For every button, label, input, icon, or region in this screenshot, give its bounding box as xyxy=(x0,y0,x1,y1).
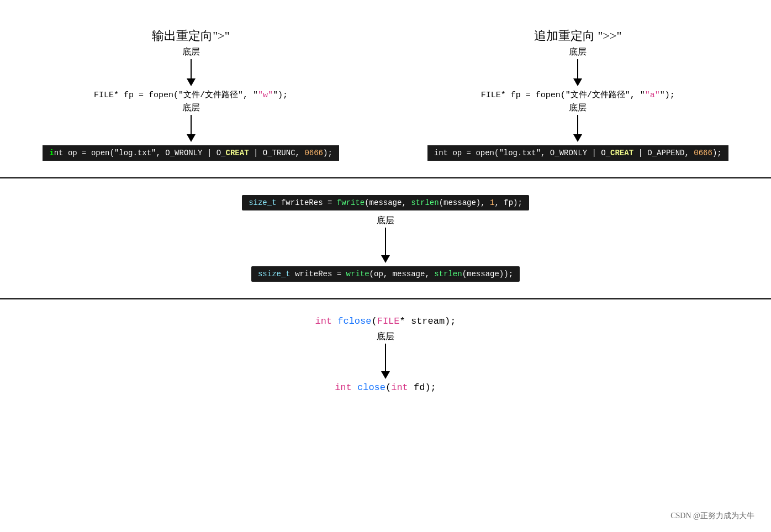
left-fopen-code: FILE* fp = fopen("文件/文件路径", ""w""); xyxy=(94,89,288,100)
right-arrow1-head xyxy=(573,78,582,86)
right-arrow2-down xyxy=(573,115,582,142)
right-arrow1-down xyxy=(573,59,582,86)
section3-arrow-line xyxy=(385,344,386,371)
right-arrow1-line xyxy=(577,59,578,78)
left-title: 输出重定向">" xyxy=(152,28,229,44)
section3: int fclose(FILE* stream); 底层 int close(i… xyxy=(0,299,771,404)
right-arrow2-label: 底层 xyxy=(569,102,587,114)
left-arrow1-label: 底层 xyxy=(182,46,200,58)
section3-arrow-head xyxy=(381,371,390,379)
right-arrow2: 底层 xyxy=(569,102,587,143)
write-code-box: ssize_t writeRes = write(op, message, st… xyxy=(251,266,520,282)
left-column: 输出重定向">" 底层 FILE* fp = fopen("文件/文件路径", … xyxy=(43,28,339,161)
right-fopen-code: FILE* fp = fopen("文件/文件路径", ""a""); xyxy=(481,89,675,100)
section1: 输出重定向">" 底层 FILE* fp = fopen("文件/文件路径", … xyxy=(0,11,771,161)
section2-arrow-label: 底层 xyxy=(377,215,394,227)
section2-arrow-down xyxy=(381,228,390,263)
left-arrow2-line xyxy=(191,115,192,134)
right-title: 追加重定向 ">>" xyxy=(534,28,621,44)
right-arrow1: 底层 xyxy=(569,46,587,87)
page-container: 输出重定向">" 底层 FILE* fp = fopen("文件/文件路径", … xyxy=(0,0,771,532)
watermark: CSDN @正努力成为大牛 xyxy=(670,511,754,521)
right-arrow2-head xyxy=(573,134,582,142)
right-arrow2-line xyxy=(577,115,578,134)
left-arrow2-label: 底层 xyxy=(182,102,200,114)
left-arrow2: 底层 xyxy=(182,102,200,143)
right-open-code: int op = open("log.txt", O_WRONLY | O_CR… xyxy=(427,145,728,161)
fclose-code: int fclose(FILE* stream); xyxy=(315,316,456,326)
left-arrow1-down xyxy=(187,59,196,86)
close-code: int close(int fd); xyxy=(335,382,436,393)
left-arrow1: 底层 xyxy=(182,46,200,87)
right-column: 追加重定向 ">>" 底层 FILE* fp = fopen("文件/文件路径"… xyxy=(427,28,728,161)
section3-arrow-label: 底层 xyxy=(377,331,394,343)
section2: size_t fwriteRes = fwrite(message, strle… xyxy=(0,178,771,293)
section3-arrow: 底层 xyxy=(377,331,394,380)
fwrite-code-box: size_t fwriteRes = fwrite(message, strle… xyxy=(242,195,529,210)
section2-arrow: 底层 xyxy=(377,215,394,264)
left-arrow2-head xyxy=(187,134,196,142)
left-arrow2-down xyxy=(187,115,196,142)
left-arrow1-line xyxy=(191,59,192,78)
section3-arrow-down xyxy=(381,344,390,379)
section2-arrow-line xyxy=(385,228,386,255)
left-arrow1-head xyxy=(187,78,196,86)
left-open-code: int op = open("log.txt", O_WRONLY | O_CR… xyxy=(43,145,339,161)
section2-arrow-head xyxy=(381,255,390,263)
right-arrow1-label: 底层 xyxy=(569,46,587,58)
